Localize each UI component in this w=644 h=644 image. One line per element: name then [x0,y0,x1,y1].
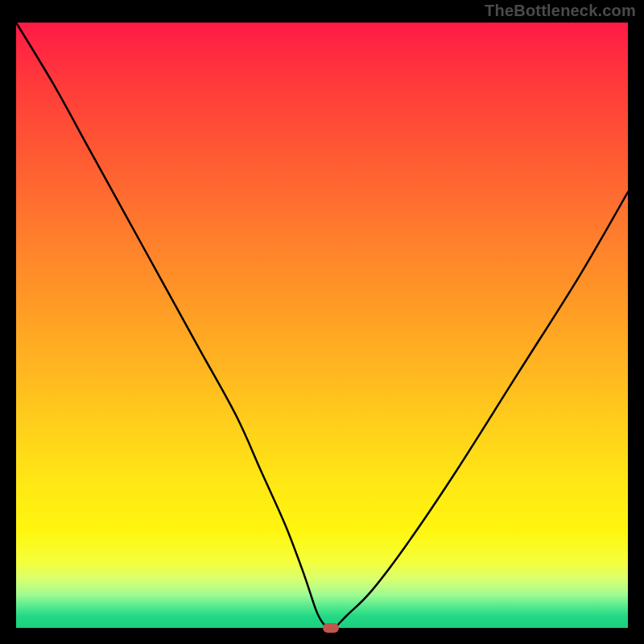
optimum-marker [323,623,339,633]
watermark-text: TheBottleneck.com [485,2,636,20]
plot-area [16,23,628,628]
bottleneck-curve [16,23,628,628]
chart-frame: TheBottleneck.com [0,0,644,644]
